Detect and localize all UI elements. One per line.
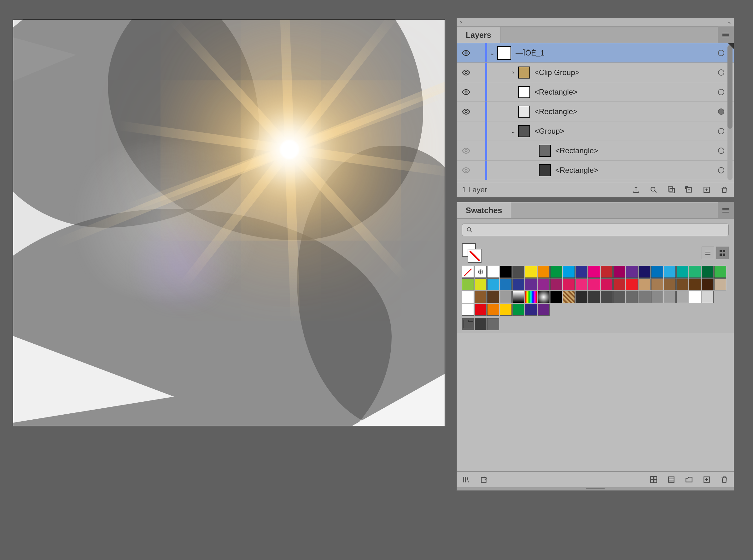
swatch[interactable]: [512, 278, 524, 291]
swatch[interactable]: [475, 291, 487, 303]
swatch[interactable]: [689, 278, 701, 291]
visibility-toggle[interactable]: [457, 88, 475, 97]
swatch[interactable]: [701, 291, 714, 303]
target-button[interactable]: [718, 128, 724, 134]
target-button[interactable]: [718, 50, 724, 56]
swatch[interactable]: [462, 278, 474, 291]
swatch[interactable]: [550, 266, 562, 278]
swatch-group-folder[interactable]: [462, 318, 474, 330]
swatch[interactable]: [626, 291, 638, 303]
swatch-search-input[interactable]: [462, 223, 729, 236]
swatch[interactable]: [475, 278, 487, 291]
layer-name-label[interactable]: —ÎÓÈ_1: [516, 48, 544, 57]
swatch[interactable]: [487, 318, 499, 330]
stroke-square[interactable]: [468, 249, 481, 263]
tab-layers[interactable]: Layers: [457, 27, 500, 43]
target-button[interactable]: [718, 69, 724, 76]
layer-row[interactable]: ⌄<Group>: [457, 121, 734, 141]
export-icon[interactable]: [632, 185, 640, 194]
swatch[interactable]: [538, 278, 550, 291]
swatch[interactable]: [538, 304, 550, 316]
swatch[interactable]: [575, 278, 588, 291]
swatch[interactable]: [525, 266, 537, 278]
visibility-toggle[interactable]: [457, 68, 475, 77]
fill-stroke-indicator[interactable]: [462, 243, 481, 263]
disclosure-toggle[interactable]: ⌄: [487, 49, 497, 57]
swatch[interactable]: [462, 266, 474, 278]
tab-swatches[interactable]: Swatches: [457, 202, 511, 218]
layer-name-label[interactable]: <Group>: [534, 127, 564, 136]
new-swatch-icon[interactable]: [702, 475, 711, 484]
swatch[interactable]: [500, 266, 512, 278]
list-view-button[interactable]: [701, 246, 714, 259]
swatch[interactable]: [651, 266, 663, 278]
swatch[interactable]: [714, 278, 726, 291]
swatch[interactable]: [462, 291, 474, 303]
swatch[interactable]: [575, 291, 588, 303]
swatch[interactable]: [676, 266, 688, 278]
swatch[interactable]: [613, 266, 625, 278]
visibility-toggle[interactable]: [457, 166, 475, 175]
layer-name-label[interactable]: <Rectangle>: [555, 146, 598, 155]
grid-view-button[interactable]: [716, 246, 729, 259]
search-icon[interactable]: [649, 185, 658, 194]
trash-icon[interactable]: [720, 185, 729, 194]
swatch[interactable]: [475, 304, 487, 316]
swatch[interactable]: [538, 266, 550, 278]
layer-row[interactable]: <Rectangle>: [457, 160, 734, 180]
resize-grip[interactable]: [457, 487, 734, 490]
new-layer-icon[interactable]: [702, 185, 711, 194]
panel-menu-button[interactable]: [718, 202, 734, 218]
swatch[interactable]: [588, 291, 600, 303]
swatch[interactable]: [689, 291, 701, 303]
layer-row[interactable]: ›<Clip Group>: [457, 63, 734, 82]
swatch-search-field[interactable]: [476, 226, 725, 234]
swatch[interactable]: [664, 278, 676, 291]
swatch[interactable]: [613, 291, 625, 303]
swatch[interactable]: [638, 266, 651, 278]
swatch[interactable]: [538, 291, 550, 303]
layer-name-label[interactable]: <Rectangle>: [534, 88, 577, 97]
swatch[interactable]: [500, 304, 512, 316]
swatch[interactable]: [512, 266, 524, 278]
layer-row[interactable]: ⌄—ÎÓÈ_1: [457, 43, 734, 63]
swatch[interactable]: [601, 278, 613, 291]
swatch[interactable]: [462, 304, 474, 316]
visibility-toggle[interactable]: [457, 48, 475, 57]
swatch[interactable]: [676, 278, 688, 291]
disclosure-toggle[interactable]: ›: [508, 69, 518, 76]
visibility-toggle[interactable]: [457, 146, 475, 155]
swatch[interactable]: [701, 266, 714, 278]
swatch[interactable]: [563, 266, 575, 278]
swatch[interactable]: [512, 304, 524, 316]
artboard[interactable]: [13, 19, 445, 426]
swatch[interactable]: [588, 266, 600, 278]
disclosure-toggle[interactable]: ⌄: [508, 127, 518, 135]
swatch[interactable]: [525, 304, 537, 316]
layer-row[interactable]: <Rectangle>: [457, 82, 734, 102]
swatch[interactable]: [563, 278, 575, 291]
scrollbar-thumb[interactable]: [728, 45, 733, 129]
swatch[interactable]: [512, 291, 524, 303]
target-button[interactable]: [718, 108, 724, 115]
swatch[interactable]: [651, 291, 663, 303]
scrollbar[interactable]: [728, 45, 733, 180]
swatch[interactable]: [613, 278, 625, 291]
swatch[interactable]: [550, 291, 562, 303]
swatch[interactable]: [475, 318, 487, 330]
layer-name-label[interactable]: <Rectangle>: [534, 107, 577, 116]
swatch[interactable]: [500, 291, 512, 303]
swatch[interactable]: [487, 266, 499, 278]
swatch[interactable]: [525, 278, 537, 291]
swatch-options-icon[interactable]: [649, 475, 658, 484]
swatch[interactable]: [626, 266, 638, 278]
swatch[interactable]: [487, 304, 499, 316]
swatch[interactable]: [487, 291, 499, 303]
layer-list[interactable]: ⌄—ÎÓÈ_1›<Clip Group><Rectangle><Rectangl…: [457, 43, 734, 182]
swatch[interactable]: [500, 278, 512, 291]
swatch[interactable]: [701, 278, 714, 291]
swatch[interactable]: [601, 266, 613, 278]
clipping-mask-icon[interactable]: [667, 185, 676, 194]
layer-row[interactable]: <Rectangle>: [457, 102, 734, 121]
layer-name-label[interactable]: <Rectangle>: [555, 166, 598, 175]
